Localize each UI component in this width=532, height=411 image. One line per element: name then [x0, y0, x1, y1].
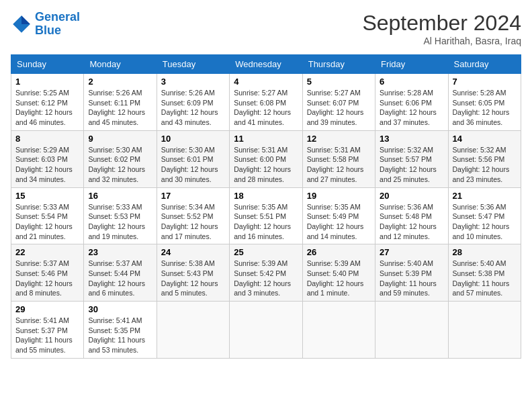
day-number: 30	[88, 304, 152, 314]
day-number: 16	[88, 191, 152, 201]
day-number: 7	[453, 77, 517, 87]
day-number: 2	[88, 77, 152, 87]
calendar-cell: 21Sunrise: 5:36 AM Sunset: 5:47 PM Dayli…	[448, 187, 521, 244]
logo-line2: Blue	[35, 24, 61, 37]
header-wednesday: Wednesday	[230, 55, 302, 74]
day-info: Sunrise: 5:35 AM Sunset: 5:51 PM Dayligh…	[234, 202, 298, 242]
calendar-cell	[448, 302, 521, 359]
day-info: Sunrise: 5:32 AM Sunset: 5:57 PM Dayligh…	[380, 145, 443, 185]
calendar-cell: 25Sunrise: 5:39 AM Sunset: 5:42 PM Dayli…	[230, 244, 302, 302]
header-friday: Friday	[375, 55, 448, 74]
day-number: 23	[88, 247, 152, 257]
calendar-cell	[230, 302, 302, 359]
day-info: Sunrise: 5:33 AM Sunset: 5:54 PM Dayligh…	[15, 202, 79, 242]
day-info: Sunrise: 5:34 AM Sunset: 5:52 PM Dayligh…	[161, 202, 225, 242]
calendar-cell: 10Sunrise: 5:30 AM Sunset: 6:01 PM Dayli…	[157, 130, 229, 187]
title-area: September 2024 Al Harithah, Basra, Iraq	[362, 11, 521, 46]
calendar-cell: 8Sunrise: 5:29 AM Sunset: 6:03 PM Daylig…	[11, 130, 84, 187]
day-number: 22	[15, 247, 79, 257]
day-number: 20	[380, 191, 443, 201]
day-info: Sunrise: 5:27 AM Sunset: 6:07 PM Dayligh…	[307, 88, 371, 128]
calendar-week-4: 22Sunrise: 5:37 AM Sunset: 5:46 PM Dayli…	[11, 244, 521, 302]
day-info: Sunrise: 5:33 AM Sunset: 5:53 PM Dayligh…	[88, 202, 152, 242]
header-tuesday: Tuesday	[157, 55, 229, 74]
day-info: Sunrise: 5:25 AM Sunset: 6:12 PM Dayligh…	[15, 88, 79, 128]
calendar-cell: 23Sunrise: 5:37 AM Sunset: 5:44 PM Dayli…	[84, 244, 157, 302]
calendar-cell: 6Sunrise: 5:28 AM Sunset: 6:06 PM Daylig…	[375, 74, 448, 131]
day-number: 24	[161, 247, 225, 257]
calendar-cell: 29Sunrise: 5:41 AM Sunset: 5:37 PM Dayli…	[11, 302, 84, 359]
day-info: Sunrise: 5:26 AM Sunset: 6:09 PM Dayligh…	[161, 88, 225, 128]
calendar-cell: 17Sunrise: 5:34 AM Sunset: 5:52 PM Dayli…	[157, 187, 229, 244]
logo: General Blue	[11, 11, 80, 38]
calendar-cell	[302, 302, 375, 359]
calendar-week-5: 29Sunrise: 5:41 AM Sunset: 5:37 PM Dayli…	[11, 302, 521, 359]
header-monday: Monday	[84, 55, 157, 74]
day-info: Sunrise: 5:35 AM Sunset: 5:49 PM Dayligh…	[307, 202, 371, 242]
day-info: Sunrise: 5:39 AM Sunset: 5:42 PM Dayligh…	[234, 259, 298, 298]
calendar-week-1: 1Sunrise: 5:25 AM Sunset: 6:12 PM Daylig…	[11, 74, 521, 131]
day-info: Sunrise: 5:30 AM Sunset: 6:01 PM Dayligh…	[161, 145, 225, 185]
day-number: 10	[161, 134, 225, 144]
day-number: 28	[453, 247, 517, 257]
day-info: Sunrise: 5:41 AM Sunset: 5:37 PM Dayligh…	[15, 316, 79, 355]
calendar-cell: 24Sunrise: 5:38 AM Sunset: 5:43 PM Dayli…	[157, 244, 229, 302]
calendar-cell: 12Sunrise: 5:31 AM Sunset: 5:58 PM Dayli…	[302, 130, 375, 187]
calendar-table: SundayMondayTuesdayWednesdayThursdayFrid…	[11, 54, 521, 359]
header-sunday: Sunday	[11, 55, 84, 74]
calendar-cell: 2Sunrise: 5:26 AM Sunset: 6:11 PM Daylig…	[84, 74, 157, 131]
day-number: 13	[380, 134, 443, 144]
day-number: 4	[234, 77, 298, 87]
day-number: 25	[234, 247, 298, 257]
calendar-week-3: 15Sunrise: 5:33 AM Sunset: 5:54 PM Dayli…	[11, 187, 521, 244]
day-number: 19	[307, 191, 371, 201]
day-number: 18	[234, 191, 298, 201]
day-number: 15	[15, 191, 79, 201]
day-number: 6	[380, 77, 443, 87]
day-info: Sunrise: 5:37 AM Sunset: 5:46 PM Dayligh…	[15, 259, 79, 298]
calendar-cell: 20Sunrise: 5:36 AM Sunset: 5:48 PM Dayli…	[375, 187, 448, 244]
day-info: Sunrise: 5:37 AM Sunset: 5:44 PM Dayligh…	[88, 259, 152, 298]
day-info: Sunrise: 5:27 AM Sunset: 6:08 PM Dayligh…	[234, 88, 298, 128]
calendar-cell: 28Sunrise: 5:40 AM Sunset: 5:38 PM Dayli…	[448, 244, 521, 302]
day-info: Sunrise: 5:36 AM Sunset: 5:47 PM Dayligh…	[453, 202, 517, 242]
location: Al Harithah, Basra, Iraq	[362, 36, 521, 46]
calendar-cell: 5Sunrise: 5:27 AM Sunset: 6:07 PM Daylig…	[302, 74, 375, 131]
day-number: 14	[453, 134, 517, 144]
day-number: 11	[234, 134, 298, 144]
day-info: Sunrise: 5:28 AM Sunset: 6:06 PM Dayligh…	[380, 88, 443, 128]
calendar-cell: 13Sunrise: 5:32 AM Sunset: 5:57 PM Dayli…	[375, 130, 448, 187]
day-number: 8	[15, 134, 79, 144]
day-number: 26	[307, 247, 371, 257]
logo-line1: General	[35, 10, 80, 24]
calendar-cell: 4Sunrise: 5:27 AM Sunset: 6:08 PM Daylig…	[230, 74, 302, 131]
calendar-cell: 14Sunrise: 5:32 AM Sunset: 5:56 PM Dayli…	[448, 130, 521, 187]
day-info: Sunrise: 5:29 AM Sunset: 6:03 PM Dayligh…	[15, 145, 79, 185]
day-number: 29	[15, 304, 79, 314]
day-info: Sunrise: 5:32 AM Sunset: 5:56 PM Dayligh…	[453, 145, 517, 185]
day-info: Sunrise: 5:26 AM Sunset: 6:11 PM Dayligh…	[88, 88, 152, 128]
day-number: 21	[453, 191, 517, 201]
day-number: 9	[88, 134, 152, 144]
calendar-week-2: 8Sunrise: 5:29 AM Sunset: 6:03 PM Daylig…	[11, 130, 521, 187]
calendar-cell: 26Sunrise: 5:39 AM Sunset: 5:40 PM Dayli…	[302, 244, 375, 302]
calendar-cell: 22Sunrise: 5:37 AM Sunset: 5:46 PM Dayli…	[11, 244, 84, 302]
page-header: General Blue September 2024 Al Harithah,…	[11, 11, 521, 46]
day-info: Sunrise: 5:40 AM Sunset: 5:39 PM Dayligh…	[380, 259, 443, 298]
calendar-cell: 7Sunrise: 5:28 AM Sunset: 6:05 PM Daylig…	[448, 74, 521, 131]
calendar-header-row: SundayMondayTuesdayWednesdayThursdayFrid…	[11, 55, 521, 74]
logo-text: General Blue	[35, 11, 80, 38]
month-title: September 2024	[362, 11, 521, 36]
calendar-cell	[375, 302, 448, 359]
calendar-cell: 18Sunrise: 5:35 AM Sunset: 5:51 PM Dayli…	[230, 187, 302, 244]
calendar-cell: 30Sunrise: 5:41 AM Sunset: 5:35 PM Dayli…	[84, 302, 157, 359]
day-info: Sunrise: 5:41 AM Sunset: 5:35 PM Dayligh…	[88, 316, 152, 355]
day-info: Sunrise: 5:30 AM Sunset: 6:02 PM Dayligh…	[88, 145, 152, 185]
day-number: 12	[307, 134, 371, 144]
day-info: Sunrise: 5:40 AM Sunset: 5:38 PM Dayligh…	[453, 259, 517, 298]
calendar-cell: 19Sunrise: 5:35 AM Sunset: 5:49 PM Dayli…	[302, 187, 375, 244]
calendar-cell: 1Sunrise: 5:25 AM Sunset: 6:12 PM Daylig…	[11, 74, 84, 131]
calendar-cell: 15Sunrise: 5:33 AM Sunset: 5:54 PM Dayli…	[11, 187, 84, 244]
day-info: Sunrise: 5:31 AM Sunset: 5:58 PM Dayligh…	[307, 145, 371, 185]
day-info: Sunrise: 5:38 AM Sunset: 5:43 PM Dayligh…	[161, 259, 225, 298]
